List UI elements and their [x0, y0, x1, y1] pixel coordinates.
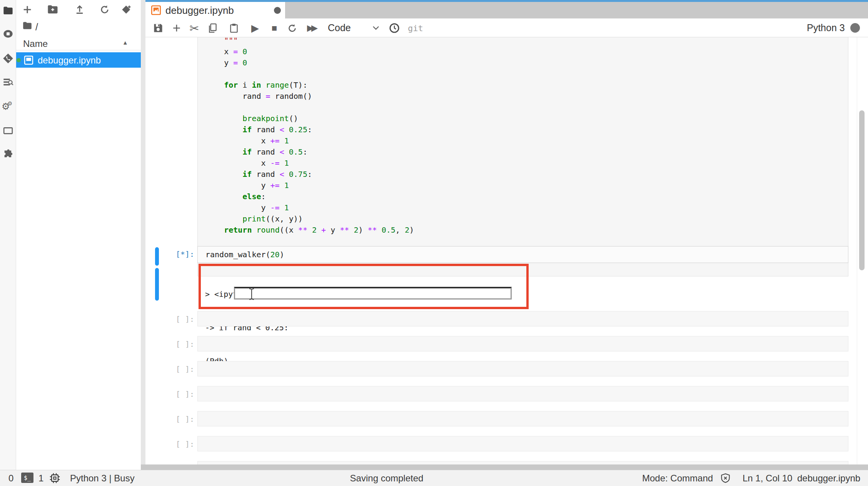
header-divider [16, 50, 141, 50]
activity-rail: ⚙⚙ [0, 0, 16, 470]
mode-indicator[interactable]: Mode: Command [642, 473, 713, 484]
stop-icon[interactable]: ■ [269, 22, 280, 34]
notebook-file-icon [24, 55, 33, 65]
empty-cell-editor[interactable] [197, 336, 848, 351]
mouse-cursor [248, 288, 255, 301]
notebook-toolbar: ✂ ▶ ■ ▶▶ Code git Python 3 [145, 18, 868, 37]
annotation-red-box [199, 264, 529, 309]
restart-kernel-icon[interactable] [286, 22, 298, 34]
refresh-icon[interactable] [99, 4, 110, 15]
new-launcher-icon[interactable] [22, 4, 33, 15]
kernel-name-button[interactable]: Python 3 [807, 22, 845, 33]
kernel-running-dot [17, 58, 21, 62]
new-folder-icon[interactable] [47, 4, 58, 15]
notebook-tab-icon [151, 5, 161, 15]
code-cell-editor[interactable]: """ x = 0 y = 0 for i in range(T): rand … [197, 37, 848, 276]
cell-type-select[interactable]: Code [328, 22, 351, 33]
empty-cell-editor[interactable] [197, 461, 848, 464]
cursor-position[interactable]: Ln 1, Col 10 [743, 473, 792, 484]
empty-prompt: [ ]: [145, 314, 194, 325]
execution-prompt: [*]: [145, 249, 194, 260]
empty-prompt: [ ]: [145, 389, 194, 400]
breadcrumb[interactable]: / [35, 22, 38, 33]
running-sessions-icon[interactable] [3, 28, 13, 39]
scrollbar-track [857, 37, 857, 464]
empty-prompt: [ ]: [145, 414, 194, 425]
empty-cell-editor[interactable] [197, 361, 848, 376]
tab-title: debugger.ipynb [165, 5, 234, 17]
open-tabs-icon[interactable] [3, 125, 13, 136]
property-inspector-icon[interactable] [3, 77, 13, 88]
jupyterlab-window: ⚙⚙ / Name ▲ [0, 0, 868, 486]
file-list-header-name[interactable]: Name [23, 38, 48, 49]
upload-icon[interactable] [74, 4, 85, 15]
insert-cell-icon[interactable] [171, 22, 182, 34]
empty-cell-editor[interactable] [197, 411, 848, 426]
copy-icon[interactable] [207, 22, 219, 34]
notebook-scroll-area[interactable]: """ x = 0 y = 0 for i in range(T): rand … [145, 37, 868, 464]
active-cell-editor[interactable]: random_walker(20) [197, 246, 848, 263]
history-clock-icon[interactable] [389, 22, 400, 34]
cell-type-chevron-icon[interactable] [370, 22, 382, 34]
panel-divider[interactable] [141, 0, 145, 470]
empty-cell-editor[interactable] [197, 311, 848, 326]
empty-cell-editor[interactable] [197, 386, 848, 401]
active-file-name[interactable]: debugger.ipynb [797, 473, 860, 484]
file-row-debugger-ipynb[interactable]: debugger.ipynb [16, 52, 141, 68]
file-browser-panel: / Name ▲ debugger.ipynb [16, 0, 141, 470]
active-cell-content: random_walker(20) [198, 246, 848, 260]
paste-icon[interactable] [228, 22, 240, 34]
status-bar: 0 $_ 1 Python 3 | Busy Saving completed … [0, 470, 868, 486]
breadcrumb-home-icon[interactable] [22, 21, 32, 31]
git-clone-icon[interactable] [121, 4, 132, 15]
git-toolbar-label[interactable]: git [408, 23, 423, 33]
kernel-busy-indicator[interactable] [850, 23, 860, 33]
trust-shield-icon[interactable] [720, 473, 731, 483]
notebook-panel: debugger.ipynb ✂ ▶ ■ ▶▶ Code [145, 0, 868, 470]
empty-prompt: [ ]: [145, 364, 194, 375]
settings-gears-icon[interactable]: ⚙⚙ [3, 101, 13, 112]
empty-cell-editor[interactable] [197, 436, 848, 451]
save-icon[interactable] [152, 22, 164, 34]
run-all-icon[interactable]: ▶▶ [305, 22, 317, 34]
scrollbar-thumb[interactable] [859, 110, 865, 270]
file-browser-icon[interactable] [3, 5, 13, 16]
extensions-puzzle-icon[interactable] [3, 149, 13, 160]
tab-bar [285, 2, 868, 18]
sort-caret-icon[interactable]: ▲ [122, 39, 128, 46]
empty-prompt: [ ]: [145, 439, 194, 450]
cut-icon[interactable]: ✂ [189, 22, 200, 34]
empty-prompt: [ ]: [145, 339, 194, 350]
run-icon[interactable]: ▶ [249, 22, 261, 34]
file-name-label: debugger.ipynb [38, 55, 101, 66]
tab-dirty-dot[interactable] [274, 7, 281, 14]
panel-bottom-edge [141, 464, 868, 470]
tab-debugger-ipynb[interactable]: debugger.ipynb [145, 2, 285, 18]
output-collapser[interactable] [155, 268, 159, 301]
code-cell-content: """ x = 0 y = 0 for i in range(T): rand … [198, 37, 848, 240]
git-icon[interactable] [3, 53, 13, 64]
